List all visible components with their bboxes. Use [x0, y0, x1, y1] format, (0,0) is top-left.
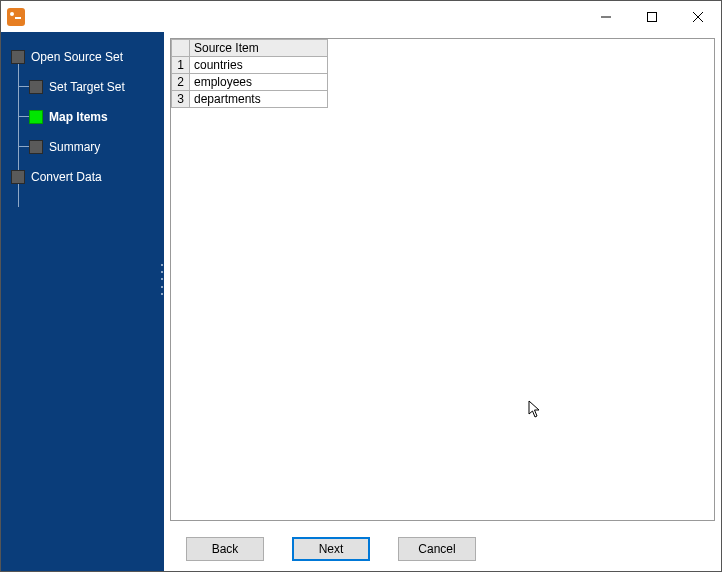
step-status-icon — [29, 110, 43, 124]
column-header-source-item[interactable]: Source Item — [190, 40, 328, 57]
step-map-items[interactable]: Map Items — [1, 102, 164, 132]
cell-source-item[interactable]: departments — [190, 91, 328, 108]
table-corner[interactable] — [172, 40, 190, 57]
row-number[interactable]: 3 — [172, 91, 190, 108]
maximize-button[interactable] — [629, 1, 675, 32]
table-row[interactable]: 3 departments — [172, 91, 328, 108]
titlebar — [1, 1, 721, 32]
step-label: Summary — [49, 140, 100, 154]
step-open-source-set[interactable]: Open Source Set — [1, 42, 164, 72]
window-controls — [583, 1, 721, 32]
step-label: Convert Data — [31, 170, 102, 184]
content-pane: Source Item 1 countries 2 employees — [164, 32, 721, 527]
step-set-target-set[interactable]: Set Target Set — [1, 72, 164, 102]
back-button[interactable]: Back — [186, 537, 264, 561]
minimize-button[interactable] — [583, 1, 629, 32]
step-summary[interactable]: Summary — [1, 132, 164, 162]
step-label: Set Target Set — [49, 80, 125, 94]
table-row[interactable]: 1 countries — [172, 57, 328, 74]
row-number[interactable]: 2 — [172, 74, 190, 91]
svg-rect-1 — [648, 12, 657, 21]
next-button[interactable]: Next — [292, 537, 370, 561]
app-icon — [7, 8, 25, 26]
wizard-sidebar: Open Source Set Set Target Set Map Items… — [1, 32, 164, 527]
step-status-icon — [11, 50, 25, 64]
step-status-icon — [29, 140, 43, 154]
source-items-panel: Source Item 1 countries 2 employees — [170, 38, 715, 521]
source-items-table[interactable]: Source Item 1 countries 2 employees — [171, 39, 328, 108]
row-number[interactable]: 1 — [172, 57, 190, 74]
step-status-icon — [11, 170, 25, 184]
step-status-icon — [29, 80, 43, 94]
splitter-handle[interactable] — [160, 262, 164, 298]
cell-source-item[interactable]: employees — [190, 74, 328, 91]
cell-source-item[interactable]: countries — [190, 57, 328, 74]
close-button[interactable] — [675, 1, 721, 32]
step-label: Open Source Set — [31, 50, 123, 64]
step-convert-data[interactable]: Convert Data — [1, 162, 164, 192]
wizard-footer: Back Next Cancel — [1, 527, 721, 571]
table-row[interactable]: 2 employees — [172, 74, 328, 91]
step-label: Map Items — [49, 110, 108, 124]
cancel-button[interactable]: Cancel — [398, 537, 476, 561]
